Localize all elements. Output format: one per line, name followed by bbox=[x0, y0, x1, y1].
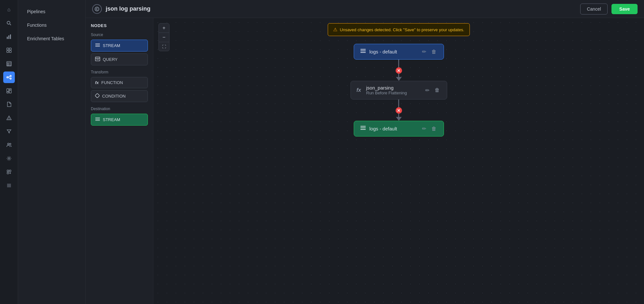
settings-icon[interactable] bbox=[3, 153, 15, 164]
plugin-icon[interactable] bbox=[3, 166, 15, 178]
nav-enrichment-tables[interactable]: Enrichment Tables bbox=[23, 33, 80, 44]
nav-functions[interactable]: Functions bbox=[23, 20, 80, 30]
destination-section-label: Destination bbox=[91, 107, 148, 111]
source-edit-button[interactable]: ✏ bbox=[421, 48, 428, 55]
pipelines-icon[interactable] bbox=[3, 71, 15, 83]
zoom-in-button[interactable]: + bbox=[159, 24, 169, 33]
home-icon[interactable]: ⌂ bbox=[3, 4, 15, 15]
top-bar: json log parsing Cancel Save bbox=[86, 0, 644, 18]
svg-point-36 bbox=[95, 7, 99, 11]
page-title: json log parsing bbox=[106, 5, 576, 12]
svg-rect-5 bbox=[7, 48, 9, 50]
warning-text: Unsaved changes detected. Click "Save" t… bbox=[340, 27, 464, 32]
chart-bar-icon[interactable] bbox=[3, 31, 15, 43]
stream-dest-button[interactable]: STREAM bbox=[91, 114, 148, 126]
svg-rect-6 bbox=[9, 48, 11, 50]
function-edit-button[interactable]: ✏ bbox=[424, 87, 431, 94]
condition-button[interactable]: CONDITION bbox=[91, 90, 148, 102]
main-area: json log parsing Cancel Save Nodes Sourc… bbox=[86, 0, 644, 304]
file-icon[interactable] bbox=[3, 99, 15, 110]
function-button[interactable]: fx FUNCTION bbox=[91, 77, 148, 88]
condition-icon bbox=[95, 93, 100, 99]
source-node-label: logs - default bbox=[370, 49, 397, 54]
source-pipeline-node[interactable]: logs - default ✏ 🗑 bbox=[354, 44, 444, 60]
source-delete-button[interactable]: 🗑 bbox=[430, 48, 438, 55]
svg-rect-22 bbox=[7, 92, 9, 93]
svg-line-1 bbox=[10, 24, 11, 25]
source-node-actions: ✏ 🗑 bbox=[421, 48, 438, 55]
dest-delete-button[interactable]: 🗑 bbox=[430, 125, 438, 132]
dest-node-label: logs - default bbox=[370, 126, 397, 131]
content-area: Nodes Source STREAM QUER bbox=[86, 18, 644, 304]
svg-point-24 bbox=[9, 119, 9, 119]
function-node-label: json_parsing bbox=[366, 85, 421, 90]
nav-pipelines[interactable]: Pipelines bbox=[23, 6, 80, 17]
source-node-icon bbox=[360, 48, 366, 55]
list-icon[interactable] bbox=[3, 180, 15, 191]
function-pipeline-node[interactable]: fx json_parsing Run Before Flattening ✏ … bbox=[351, 81, 447, 100]
stream-source-icon bbox=[95, 43, 100, 48]
svg-rect-2 bbox=[7, 37, 8, 39]
warning-icon: ⚠ bbox=[333, 27, 337, 33]
query-icon bbox=[95, 57, 100, 62]
function-node-actions: ✏ 🗑 bbox=[424, 87, 441, 94]
nodes-panel: Nodes Source STREAM QUER bbox=[86, 18, 153, 304]
svg-rect-30 bbox=[7, 172, 9, 174]
connector-1: ✕ bbox=[396, 60, 402, 81]
function-node-row: fx json_parsing Run Before Flattening ✏ … bbox=[357, 85, 441, 95]
connector-2: ✕ bbox=[396, 100, 402, 121]
svg-point-26 bbox=[10, 143, 11, 145]
dashboard-icon[interactable] bbox=[3, 44, 15, 56]
zoom-fit-button[interactable]: ⛶ bbox=[159, 42, 169, 51]
team-icon[interactable] bbox=[3, 139, 15, 151]
svg-rect-29 bbox=[9, 170, 11, 172]
save-button[interactable]: Save bbox=[611, 4, 638, 14]
svg-rect-21 bbox=[9, 89, 11, 90]
svg-point-27 bbox=[8, 158, 10, 159]
canvas-area[interactable]: ⚠ Unsaved changes detected. Click "Save"… bbox=[153, 18, 644, 304]
svg-rect-20 bbox=[9, 90, 11, 93]
dest-node-icon bbox=[360, 125, 366, 132]
svg-rect-40 bbox=[95, 57, 100, 61]
dest-node-actions: ✏ 🗑 bbox=[421, 125, 438, 132]
search-icon[interactable] bbox=[3, 17, 15, 29]
svg-rect-3 bbox=[8, 35, 9, 39]
cancel-button[interactable]: Cancel bbox=[580, 4, 608, 14]
function-node-icon: fx bbox=[357, 87, 363, 93]
svg-rect-4 bbox=[10, 34, 11, 39]
query-button[interactable]: QUERY bbox=[91, 53, 148, 65]
svg-point-14 bbox=[7, 77, 8, 78]
warning-banner: ⚠ Unsaved changes detected. Click "Save"… bbox=[328, 23, 470, 36]
svg-rect-43 bbox=[95, 93, 100, 98]
error-badge-2: ✕ bbox=[396, 107, 402, 114]
function-delete-button[interactable]: 🗑 bbox=[433, 87, 441, 94]
pipeline-canvas: logs - default ✏ 🗑 ✕ bbox=[153, 18, 644, 304]
svg-rect-7 bbox=[7, 51, 9, 52]
stream-source-button[interactable]: STREAM bbox=[91, 40, 148, 52]
svg-rect-19 bbox=[7, 89, 9, 91]
transform-section-label: Transform bbox=[91, 70, 148, 74]
svg-point-16 bbox=[10, 78, 11, 79]
function-icon: fx bbox=[95, 80, 99, 85]
back-button[interactable] bbox=[92, 4, 102, 14]
error-badge-1: ✕ bbox=[396, 67, 402, 74]
svg-point-15 bbox=[10, 75, 11, 77]
icon-sidebar: ⌂ bbox=[0, 0, 18, 304]
function-node-sublabel: Run Before Flattening bbox=[366, 90, 421, 95]
svg-line-18 bbox=[8, 78, 10, 78]
function-node-text: json_parsing Run Before Flattening bbox=[366, 85, 421, 95]
zoom-controls: + − ⛶ bbox=[159, 23, 169, 51]
dest-pipeline-node[interactable]: logs - default ✏ 🗑 bbox=[354, 121, 444, 137]
svg-rect-28 bbox=[7, 170, 9, 172]
dest-edit-button[interactable]: ✏ bbox=[421, 125, 428, 132]
widgets-icon[interactable] bbox=[3, 85, 15, 97]
filter-icon[interactable] bbox=[3, 126, 15, 137]
table-icon[interactable] bbox=[3, 58, 15, 70]
stream-dest-icon bbox=[95, 117, 100, 122]
nav-panel: Pipelines Functions Enrichment Tables bbox=[18, 0, 86, 304]
svg-point-25 bbox=[7, 143, 9, 145]
svg-rect-8 bbox=[9, 51, 11, 52]
source-section-label: Source bbox=[91, 33, 148, 37]
zoom-out-button[interactable]: − bbox=[159, 33, 169, 42]
alert-icon[interactable] bbox=[3, 112, 15, 124]
